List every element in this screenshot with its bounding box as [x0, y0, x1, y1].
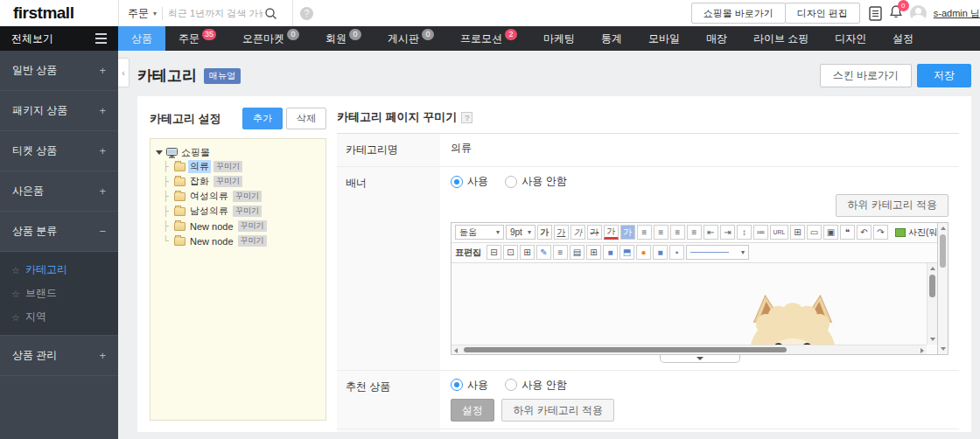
editor-format-button[interactable]: 가	[554, 225, 569, 240]
scroll-down-icon[interactable]	[941, 347, 946, 351]
editor-table-button[interactable]: ⊟	[486, 245, 501, 260]
scroll-up-icon[interactable]	[941, 226, 946, 230]
content-vertical-scrollbar[interactable]	[927, 263, 937, 345]
help-icon[interactable]: ?	[300, 7, 313, 20]
nav-tab[interactable]: 프로모션 2	[447, 26, 530, 51]
photo-watermark-button[interactable]: 사진(워터마크)	[895, 226, 937, 239]
nav-tab[interactable]: 매장	[693, 26, 740, 51]
skin-shortcut-button[interactable]: 스킨 바로가기	[820, 64, 912, 87]
editor-format-button[interactable]: ▭	[807, 225, 822, 240]
scroll-up-icon[interactable]	[930, 267, 935, 270]
decorate-badge[interactable]: 꾸미기	[214, 161, 242, 172]
decorate-badge[interactable]: 꾸미기	[238, 220, 267, 232]
editor-format-button[interactable]: 가	[570, 225, 585, 240]
nav-tab[interactable]: 라이브 쇼핑	[740, 26, 822, 51]
editor-format-button[interactable]: ↶	[857, 225, 872, 240]
radio-unuse[interactable]: 사용 안함	[505, 174, 566, 189]
editor-resize-handle[interactable]	[660, 355, 740, 363]
content-horizontal-scrollbar[interactable]	[452, 345, 927, 354]
editor-format-button[interactable]: ≡	[637, 225, 652, 240]
nav-tab[interactable]: 모바일	[635, 26, 693, 51]
scrollbar-thumb[interactable]	[464, 347, 787, 352]
editor-table-button[interactable]: ▪	[669, 245, 684, 260]
save-button[interactable]: 저장	[917, 64, 971, 87]
star-icon[interactable]	[11, 288, 25, 300]
username-link[interactable]: s-admin 님	[934, 7, 980, 20]
tree-node-label[interactable]: 남성의류	[188, 205, 230, 218]
nav-tab[interactable]: 통계	[588, 26, 635, 51]
editor-table-button[interactable]: ⬒	[620, 245, 634, 260]
tree-node-label[interactable]: 여성의류	[188, 190, 230, 203]
editor-format-button[interactable]: ▣	[823, 225, 838, 240]
tree-node[interactable]: 의류 꾸미기	[163, 159, 320, 174]
scrollbar-thumb[interactable]	[929, 275, 935, 297]
nav-tab[interactable]: 설정	[879, 26, 927, 51]
radio-icon[interactable]	[451, 379, 463, 391]
tree-root-node[interactable]: 쇼핑몰	[156, 146, 320, 159]
radio-icon[interactable]	[505, 176, 517, 188]
banner-content-area[interactable]	[452, 263, 937, 354]
editor-format-button[interactable]: ↷	[873, 225, 888, 240]
sidebar-item[interactable]: 패키지 상품 +	[0, 91, 118, 131]
hamburger-icon[interactable]	[95, 38, 107, 39]
notification-bell[interactable]: 0	[889, 4, 903, 22]
sidebar-subitem[interactable]: 지역	[0, 305, 118, 329]
sidebar-item[interactable]: 상품 관리 +	[0, 336, 118, 376]
editor-table-button[interactable]: ⊡	[503, 245, 518, 260]
star-icon[interactable]	[11, 264, 25, 276]
tree-node[interactable]: 남성의류 꾸미기	[163, 204, 320, 219]
editor-format-button[interactable]: ⇥	[720, 225, 735, 240]
avatar[interactable]	[910, 5, 927, 22]
font-size-select[interactable]: 9pt	[506, 225, 536, 240]
editor-format-button[interactable]: ≡	[654, 225, 668, 240]
editor-table-button[interactable]: ⊞	[586, 245, 601, 260]
radio-icon[interactable]	[505, 379, 517, 391]
search-icon[interactable]	[264, 7, 277, 20]
editor-format-button[interactable]: ≡	[687, 225, 702, 240]
editor-format-button[interactable]: ≔	[753, 225, 768, 240]
nav-tab[interactable]: 마케팅	[530, 26, 588, 51]
editor-table-button[interactable]: ✎	[536, 245, 551, 260]
editor-table-button[interactable]: ■	[653, 245, 668, 260]
editor-format-button[interactable]: ↕	[737, 225, 752, 240]
scroll-left-icon[interactable]	[454, 348, 458, 353]
scroll-down-icon[interactable]	[930, 338, 935, 341]
shop-shortcut-button[interactable]: 쇼핑몰 바로가기	[691, 3, 786, 24]
tree-node[interactable]: New node 꾸미기	[163, 219, 320, 233]
decorate-badge[interactable]: 꾸미기	[233, 206, 262, 217]
editor-format-button[interactable]: ❝	[840, 225, 855, 240]
manual-badge[interactable]: 매뉴얼	[204, 68, 241, 84]
tree-node[interactable]: 여성의류 꾸미기	[163, 189, 320, 204]
delete-category-button[interactable]: 삭제	[286, 108, 326, 129]
sidebar-subitem[interactable]: 브랜드	[0, 282, 118, 305]
font-family-select[interactable]: 돋움	[455, 225, 504, 240]
nav-tab[interactable]: 주문 35	[165, 26, 229, 51]
sidebar-item[interactable]: 사은품 +	[0, 171, 118, 212]
radio-use[interactable]: 사용	[451, 378, 488, 393]
editor-table-button[interactable]: ■	[603, 245, 618, 260]
editor-format-button[interactable]: 가	[587, 225, 602, 240]
line-style-select[interactable]	[686, 245, 749, 260]
add-category-button[interactable]: 추가	[242, 108, 283, 129]
design-edit-button[interactable]: 디자인 편집	[785, 3, 860, 24]
editor-vertical-scrollbar[interactable]	[937, 223, 948, 354]
editor-format-button[interactable]: 가	[537, 225, 552, 240]
decorate-badge[interactable]: 꾸미기	[214, 176, 242, 187]
sidebar-collapse-button[interactable]	[118, 58, 130, 87]
editor-format-button[interactable]: ⇤	[704, 225, 718, 240]
nav-tab[interactable]: 상품	[118, 26, 165, 51]
editor-table-button[interactable]: ⊞	[520, 245, 535, 260]
tree-node-label[interactable]: New node	[188, 221, 235, 232]
search-scope-select[interactable]: 주문	[119, 6, 162, 21]
editor-format-button[interactable]: ≡	[670, 225, 685, 240]
radio-unuse[interactable]: 사용 안함	[505, 378, 566, 393]
tree-node-label[interactable]: 의류	[188, 160, 211, 173]
radio-icon[interactable]	[451, 176, 463, 188]
nav-tab[interactable]: 회원 0	[312, 26, 374, 51]
editor-format-button[interactable]: URL	[770, 225, 788, 240]
tree-expand-icon[interactable]	[156, 150, 163, 155]
logo[interactable]: firstmall	[0, 3, 118, 23]
sidebar-item[interactable]: 일반 상품 +	[0, 51, 118, 91]
sidebar-item[interactable]: 티켓 상품 +	[0, 131, 118, 171]
scrollbar-thumb[interactable]	[940, 234, 946, 268]
